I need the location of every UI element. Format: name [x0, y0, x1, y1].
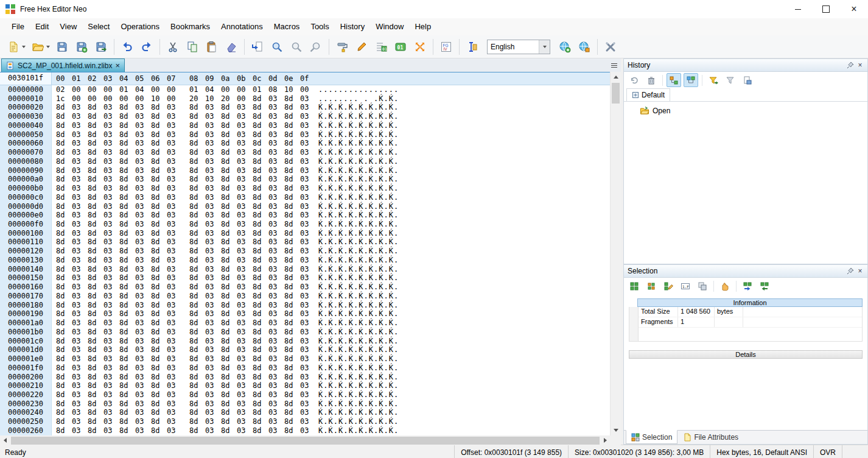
hex-row-bytes[interactable]: 8d038d038d038d038d038d038d038d03 — [56, 247, 316, 256]
hex-row[interactable]: 000001908d038d038d038d038d038d038d038d03… — [0, 309, 610, 319]
hex-row-bytes[interactable]: 8d038d038d038d038d038d038d038d03 — [56, 426, 316, 435]
menu-item-operations[interactable]: Operations — [115, 18, 165, 35]
hex-row-ascii[interactable]: Ќ.Ќ.Ќ.Ќ.Ќ.Ќ.Ќ.Ќ. — [318, 175, 399, 184]
scroll-up-icon[interactable] — [611, 72, 621, 82]
hex-row[interactable]: 000001708d038d038d038d038d038d038d038d03… — [0, 292, 610, 301]
minimize-button[interactable] — [784, 0, 812, 18]
hex-row-ascii[interactable]: ........ . .Ќ.Ќ. — [318, 94, 399, 104]
hex-row-ascii[interactable]: Ќ.Ќ.Ќ.Ќ.Ќ.Ќ.Ќ.Ќ. — [318, 273, 399, 283]
hex-row-bytes[interactable]: 8d038d038d038d038d038d038d038d03 — [56, 238, 316, 247]
add-language-button[interactable] — [555, 38, 575, 56]
copy-button[interactable] — [183, 38, 202, 56]
filter-clear-button[interactable] — [723, 73, 738, 87]
hex-row-bytes[interactable]: 8d038d038d038d038d038d038d038d03 — [56, 130, 316, 139]
hex-row-ascii[interactable]: Ќ.Ќ.Ќ.Ќ.Ќ.Ќ.Ќ.Ќ. — [318, 283, 399, 292]
vertical-scroll-thumb[interactable] — [612, 83, 620, 104]
hex-row-ascii[interactable]: Ќ.Ќ.Ќ.Ќ.Ќ.Ќ.Ќ.Ќ. — [318, 139, 399, 148]
hex-row-bytes[interactable]: 8d038d038d038d038d038d038d038d03 — [56, 319, 316, 328]
hex-row-bytes[interactable]: 8d038d038d038d038d038d038d038d03 — [56, 337, 316, 346]
hex-row-ascii[interactable]: Ќ.Ќ.Ќ.Ќ.Ќ.Ќ.Ќ.Ќ. — [318, 130, 399, 139]
hex-row-ascii[interactable]: Ќ.Ќ.Ќ.Ќ.Ќ.Ќ.Ќ.Ќ. — [318, 381, 399, 390]
filter-apply-button[interactable] — [706, 73, 721, 87]
selection-pin-button[interactable] — [845, 267, 855, 276]
language-select[interactable]: English — [487, 40, 550, 54]
hex-row-bytes[interactable]: 8d038d038d038d038d038d038d038d03 — [56, 148, 316, 157]
hex-row-bytes[interactable]: 8d038d038d038d038d038d038d038d03 — [56, 390, 316, 400]
menu-item-select[interactable]: Select — [82, 18, 115, 35]
hex-row-ascii[interactable]: Ќ.Ќ.Ќ.Ќ.Ќ.Ќ.Ќ.Ќ. — [318, 364, 399, 373]
hex-row[interactable]: 000001608d038d038d038d038d038d038d038d03… — [0, 283, 610, 292]
hex-row-ascii[interactable]: Ќ.Ќ.Ќ.Ќ.Ќ.Ќ.Ќ.Ќ. — [318, 408, 399, 417]
binary-01-button[interactable]: 01 — [391, 38, 410, 56]
hex-row-bytes[interactable]: 8d038d038d038d038d038d038d038d03 — [56, 417, 316, 426]
hex-row[interactable]: 000000908d038d038d038d038d038d038d038d03… — [0, 166, 610, 175]
find-next-button[interactable] — [287, 38, 306, 56]
hex-row[interactable]: 000002108d038d038d038d038d038d038d038d03… — [0, 381, 610, 390]
hex-row-ascii[interactable]: Ќ.Ќ.Ќ.Ќ.Ќ.Ќ.Ќ.Ќ. — [318, 256, 399, 265]
hex-row[interactable]: 000001508d038d038d038d038d038d038d038d03… — [0, 273, 610, 283]
hex-row-bytes[interactable]: 8d038d038d038d038d038d038d038d03 — [56, 175, 316, 184]
pan-button[interactable] — [718, 279, 732, 293]
find-previous-button[interactable] — [306, 38, 326, 56]
hex-row-ascii[interactable]: Ќ.Ќ.Ќ.Ќ.Ќ.Ќ.Ќ.Ќ. — [318, 390, 399, 400]
hex-row[interactable]: 000000808d038d038d038d038d038d038d038d03… — [0, 157, 610, 166]
new-selection-button[interactable] — [627, 279, 642, 293]
hex-row[interactable]: 000001808d038d038d038d038d038d038d038d03… — [0, 301, 610, 310]
maximize-button[interactable] — [812, 0, 840, 18]
menu-item-file[interactable]: File — [6, 18, 30, 35]
language-settings-button[interactable] — [575, 38, 594, 56]
hex-row[interactable]: 000000408d038d038d038d038d038d038d038d03… — [0, 121, 610, 130]
load-selection-button[interactable] — [757, 279, 772, 293]
hex-row-ascii[interactable]: Ќ.Ќ.Ќ.Ќ.Ќ.Ќ.Ќ.Ќ. — [318, 337, 399, 346]
hex-row-bytes[interactable]: 8d038d038d038d038d038d038d038d03 — [56, 373, 316, 382]
hex-row-ascii[interactable]: Ќ.Ќ.Ќ.Ќ.Ќ.Ќ.Ќ.Ќ. — [318, 265, 399, 274]
hex-row-ascii[interactable]: Ќ.Ќ.Ќ.Ќ.Ќ.Ќ.Ќ.Ќ. — [318, 193, 399, 202]
paste-button[interactable] — [202, 38, 222, 56]
track-changes-button[interactable] — [684, 73, 698, 87]
hex-row[interactable]: 000001408d038d038d038d038d038d038d038d03… — [0, 265, 610, 274]
save-all-button[interactable] — [91, 38, 111, 56]
history-close-button[interactable]: × — [855, 61, 865, 70]
hex-row[interactable]: 000002508d038d038d038d038d038d038d038d03… — [0, 417, 610, 426]
undo-button[interactable] — [117, 38, 137, 56]
modify-selection-button[interactable] — [644, 279, 659, 293]
hex-row-ascii[interactable]: Ќ.Ќ.Ќ.Ќ.Ќ.Ќ.Ќ.Ќ. — [318, 309, 399, 319]
window-list-button[interactable] — [611, 65, 617, 66]
hex-row-ascii[interactable]: Ќ.Ќ.Ќ.Ќ.Ќ.Ќ.Ќ.Ќ. — [318, 157, 399, 166]
history-tree-item-open[interactable]: Open — [640, 106, 867, 116]
hex-row-bytes[interactable]: 8d038d038d038d038d038d038d038d03 — [56, 166, 316, 175]
hex-row-ascii[interactable]: Ќ.Ќ.Ќ.Ќ.Ќ.Ќ.Ќ.Ќ. — [318, 148, 399, 157]
hex-row[interactable]: 000000208d038d038d038d038d038d038d038d03… — [0, 103, 610, 112]
close-button[interactable]: × — [840, 0, 868, 18]
hex-row[interactable]: 000001008d038d038d038d038d038d038d038d03… — [0, 229, 610, 238]
hex-row-bytes[interactable]: 8d038d038d038d038d038d038d038d03 — [56, 345, 316, 354]
caret-mode-button[interactable] — [463, 38, 482, 56]
hex-row-bytes[interactable]: 8d038d038d038d038d038d038d038d03 — [56, 364, 316, 373]
goto-offset-button[interactable] — [248, 38, 267, 56]
hex-row-bytes[interactable]: 8d038d038d038d038d038d038d038d03 — [56, 229, 316, 238]
hex-row[interactable]: 000002608d038d038d038d038d038d038d038d03… — [0, 426, 610, 435]
menu-item-bookmarks[interactable]: Bookmarks — [165, 18, 215, 35]
vertical-scrollbar[interactable] — [610, 72, 621, 435]
hex-row[interactable]: 000000f08d038d038d038d038d038d038d038d03… — [0, 220, 610, 229]
hex-row[interactable]: 000002308d038d038d038d038d038d038d038d03… — [0, 400, 610, 409]
hex-row-bytes[interactable]: 8d038d038d038d038d038d038d038d03 — [56, 273, 316, 283]
hex-row-ascii[interactable]: Ќ.Ќ.Ќ.Ќ.Ќ.Ќ.Ќ.Ќ. — [318, 229, 399, 238]
save-button[interactable] — [52, 38, 72, 56]
horizontal-scroll-thumb[interactable] — [11, 437, 600, 445]
swap-bytes-button[interactable] — [410, 38, 430, 56]
hex-row-bytes[interactable]: 8d038d038d038d038d038d038d038d03 — [56, 220, 316, 229]
structure-viewer-button[interactable]: FGIV — [436, 38, 456, 56]
hex-row[interactable]: 000000e08d038d038d038d038d038d038d038d03… — [0, 211, 610, 220]
hex-row-ascii[interactable]: Ќ.Ќ.Ќ.Ќ.Ќ.Ќ.Ќ.Ќ. — [318, 103, 399, 112]
hex-row[interactable]: 000000a08d038d038d038d038d038d038d038d03… — [0, 175, 610, 184]
clear-history-button[interactable] — [627, 73, 642, 87]
hex-row-bytes[interactable]: 8d038d038d038d038d038d038d038d03 — [56, 328, 316, 337]
hex-row[interactable]: 000001a08d038d038d038d038d038d038d038d03… — [0, 319, 610, 328]
hex-row[interactable]: 000001208d038d038d038d038d038d038d038d03… — [0, 247, 610, 256]
hex-row-ascii[interactable]: Ќ.Ќ.Ќ.Ќ.Ќ.Ќ.Ќ.Ќ. — [318, 373, 399, 382]
hex-row-bytes[interactable]: 8d038d038d038d038d038d038d038d03 — [56, 157, 316, 166]
tab-selection[interactable]: Selection — [626, 430, 677, 444]
menu-item-edit[interactable]: Edit — [30, 18, 54, 35]
status-overwrite-mode[interactable]: OVR — [813, 445, 842, 458]
